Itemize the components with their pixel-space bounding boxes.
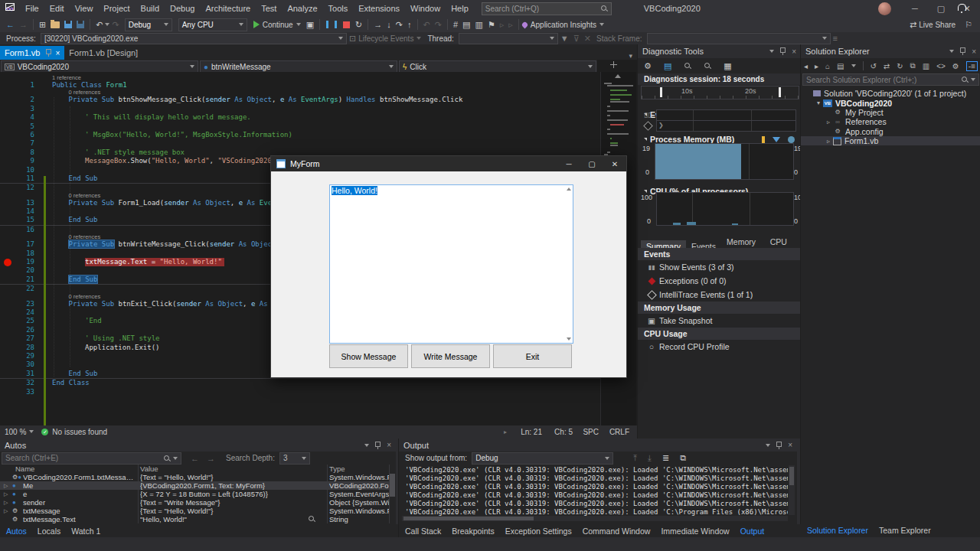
window-position-icon[interactable] <box>949 50 954 53</box>
menu-window[interactable]: Window <box>405 4 446 13</box>
navigate-forward-icon[interactable]: → <box>19 18 28 31</box>
breakpoint-icon[interactable] <box>4 259 11 266</box>
forward-icon[interactable]: ▸ <box>815 62 818 70</box>
zoom-in-icon[interactable] <box>684 62 691 70</box>
scroll-up-icon[interactable] <box>567 187 571 191</box>
line-number[interactable]: 3 <box>0 105 34 113</box>
collapse-all-icon[interactable]: -≡ <box>966 61 978 71</box>
line-number[interactable]: 32 <box>0 379 34 387</box>
codelens-references[interactable]: 0 references <box>0 90 600 96</box>
exceptions-link[interactable]: Exceptions (0 of 0) <box>638 274 801 288</box>
search-depth-dropdown[interactable]: 3 <box>279 452 310 465</box>
tab-autos[interactable]: Autos <box>6 527 27 536</box>
column-value[interactable]: Value <box>140 465 158 473</box>
tab-output[interactable]: Output <box>740 527 765 536</box>
line-number[interactable]: 6 <box>0 131 34 139</box>
restart-icon[interactable]: ↻ <box>355 18 362 31</box>
line-number[interactable]: 14 <box>0 207 34 216</box>
expander-icon[interactable]: ▷ <box>4 490 8 498</box>
user-avatar[interactable] <box>878 2 891 15</box>
line-number[interactable]: 18 <box>0 249 34 258</box>
tab-locals[interactable]: Locals <box>38 527 60 536</box>
tab-command-window[interactable]: Command Window <box>583 527 651 536</box>
zoom-out-icon[interactable] <box>704 62 711 70</box>
line-number[interactable]: 13 <box>0 199 34 207</box>
dialog-title-bar[interactable]: MyForm ─ ▢ ✕ <box>271 156 626 171</box>
back-icon[interactable]: ◂ <box>804 62 808 70</box>
undo-dropdown-icon[interactable] <box>105 23 109 26</box>
close-icon[interactable]: × <box>792 47 796 56</box>
code-line[interactable]: 1Public Class Form1 <box>0 81 600 90</box>
autos-row[interactable]: ▷●Me{VBCoding2020.Form1, Text: MyForm}VB… <box>0 481 389 490</box>
show-next-statement-icon[interactable]: → <box>374 18 382 31</box>
line-number[interactable]: 29 <box>0 352 34 360</box>
vertical-scrollbar[interactable] <box>789 465 795 515</box>
tab-immediate-window[interactable]: Immediate Window <box>661 527 729 536</box>
dialog-maximize-button[interactable]: ▢ <box>580 156 603 171</box>
menu-extensions[interactable]: Extensions <box>353 4 405 13</box>
autos-search-input[interactable]: Search (Ctrl+E) <box>2 452 181 465</box>
filter-flag-icon[interactable]: ⊽ <box>573 31 580 45</box>
code-line[interactable]: 7 <box>0 139 600 148</box>
tree-item-my-project[interactable]: ⚙My Project <box>801 108 980 117</box>
export-icon[interactable]: ▤ <box>664 61 671 71</box>
menu-tools[interactable]: Tools <box>323 4 354 13</box>
test-explorer-icon[interactable]: # <box>453 18 458 31</box>
collapse-margin-icon[interactable] <box>615 74 621 78</box>
line-number[interactable]: 12 <box>0 184 34 192</box>
step-into-icon[interactable]: ↓ <box>387 18 391 31</box>
tab-breakpoints[interactable]: Breakpoints <box>452 527 494 536</box>
line-number[interactable]: 4 <box>0 113 34 122</box>
step-out-icon[interactable]: ↑ <box>407 18 412 31</box>
line-number[interactable]: 26 <box>0 326 34 334</box>
window-position-icon[interactable] <box>766 444 770 447</box>
step-over-icon[interactable]: ↷ <box>396 18 403 31</box>
tree-item-form1-vb[interactable]: ▹Form1.vb <box>801 136 980 145</box>
line-number[interactable]: 27 <box>0 334 34 343</box>
autos-row[interactable]: ▷●e{X = 72 Y = 18 Button = Left (1048576… <box>0 490 389 498</box>
collapse-cpu-icon[interactable] <box>644 190 647 193</box>
navigate-back-icon[interactable]: ← <box>6 18 15 31</box>
value-magnifier-icon[interactable] <box>308 515 315 524</box>
line-number[interactable]: 2 <box>0 96 34 104</box>
solution-search-input[interactable]: Search Solution Explorer (Ctrl+;) <box>802 73 979 86</box>
window-position-icon[interactable] <box>769 50 774 53</box>
line-number[interactable]: 22 <box>0 285 34 293</box>
autos-row[interactable]: ▷⚙txtMessage{Text = "Hello, World!"}Syst… <box>0 507 389 515</box>
tab-team-explorer[interactable]: Team Explorer <box>879 526 931 535</box>
menu-edit[interactable]: Edit <box>44 4 70 13</box>
memory-chart[interactable] <box>655 143 794 180</box>
view-code-icon[interactable]: <> <box>936 62 946 70</box>
minimize-button[interactable]: ─ <box>902 0 928 17</box>
member-dropdown[interactable]: ● btnWriteMessage <box>200 60 397 73</box>
process-dropdown[interactable]: [30220] VBCoding2020.exe <box>41 33 347 44</box>
close-icon[interactable]: × <box>387 441 391 449</box>
break-all-icon[interactable]: ▣ <box>306 18 314 31</box>
autos-row[interactable]: ⚙txtMessage.Text"Hello, World!"String <box>0 515 389 523</box>
line-number[interactable]: 10 <box>0 166 34 174</box>
expander-icon[interactable]: ▹ <box>824 119 833 126</box>
expander-icon[interactable]: ▾ <box>814 99 823 106</box>
pending-changes-filter-icon[interactable]: ↺ <box>870 62 876 70</box>
stop-debugging-icon[interactable] <box>343 21 350 28</box>
intellitrace-events-link[interactable]: IntelliTrace Events (1 of 1) <box>638 288 801 302</box>
take-snapshot-link[interactable]: ▣ Take Snapshot <box>638 314 801 328</box>
collapse-memory-icon[interactable] <box>644 138 647 141</box>
line-ending-indicator[interactable]: CRLF <box>599 428 629 436</box>
line-number[interactable]: 25 <box>0 317 34 325</box>
close-icon[interactable]: × <box>788 441 792 449</box>
menu-test[interactable]: Test <box>256 4 282 13</box>
quick-search-input[interactable]: Search (Ctrl+Q) <box>482 2 612 15</box>
tab-call-stack[interactable]: Call Stack <box>405 527 441 536</box>
cpu-chart[interactable] <box>656 192 794 226</box>
open-file-icon[interactable] <box>51 21 60 28</box>
menu-help[interactable]: Help <box>446 4 474 13</box>
code-line[interactable]: 6' MsgBox("Hello, World!", MsgBoxStyle.I… <box>0 131 600 139</box>
menu-build[interactable]: Build <box>136 4 165 13</box>
find-message-icon[interactable]: ⤒ <box>633 453 637 463</box>
code-line[interactable]: 33 <box>0 388 600 396</box>
settings-gear-icon[interactable]: ⚙ <box>644 61 652 71</box>
live-share-icon[interactable]: ⇄ <box>910 18 916 31</box>
word-wrap-icon[interactable]: ⧉ <box>680 453 686 463</box>
navigate-forward-doc-icon[interactable]: ▥ <box>475 18 483 31</box>
